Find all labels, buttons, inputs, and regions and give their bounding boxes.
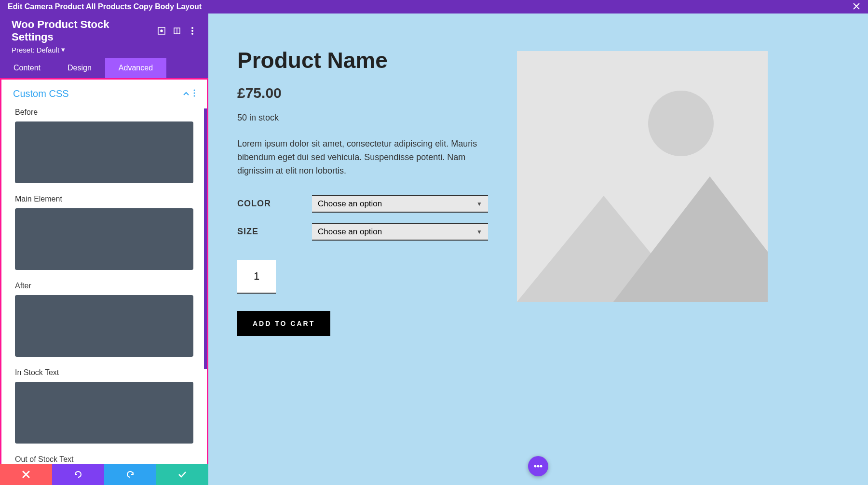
- field-label-main-element: Main Element: [15, 195, 193, 203]
- confirm-button[interactable]: [156, 464, 208, 485]
- svg-point-14: [534, 465, 537, 468]
- svg-point-1: [161, 30, 163, 32]
- variant-size-label: SIZE: [237, 227, 312, 237]
- svg-point-4: [191, 27, 193, 29]
- textarea-in-stock-text[interactable]: [15, 382, 193, 444]
- field-before: Before: [1, 105, 207, 192]
- variant-size-select[interactable]: Choose an option ▼: [312, 223, 488, 241]
- section-header: Custom CSS: [1, 80, 207, 105]
- sidebar-content: Custom CSS Before Main Element: [0, 78, 208, 464]
- textarea-main-element[interactable]: [15, 208, 193, 270]
- variant-color-row: COLOR Choose an option ▼: [237, 195, 488, 213]
- field-label-after: After: [15, 282, 193, 290]
- sidebar-header: Woo Product Stock Settings Preset: Defau…: [0, 13, 208, 58]
- field-out-of-stock-text: Out of Stock Text: [1, 452, 207, 464]
- close-icon[interactable]: [853, 2, 860, 12]
- chevron-down-icon: ▾: [61, 45, 65, 54]
- variant-color-select[interactable]: Choose an option ▼: [312, 195, 488, 213]
- sidebar-title: Woo Product Stock Settings: [12, 18, 150, 43]
- sidebar-tabs: Content Design Advanced: [0, 58, 208, 78]
- focus-icon[interactable]: [157, 27, 166, 35]
- field-label-in-stock-text: In Stock Text: [15, 368, 193, 377]
- variant-color-value: Choose an option: [318, 199, 382, 209]
- variant-size-value: Choose an option: [318, 227, 382, 237]
- product-stock: 50 in stock: [237, 113, 488, 123]
- field-in-stock-text: In Stock Text: [1, 365, 207, 452]
- variant-color-label: COLOR: [237, 199, 312, 209]
- field-after: After: [1, 279, 207, 365]
- quantity-input[interactable]: [237, 260, 276, 294]
- product-image-placeholder: [517, 51, 768, 302]
- field-main-element: Main Element: [1, 192, 207, 279]
- columns-icon[interactable]: [173, 27, 181, 35]
- add-to-cart-button[interactable]: ADD TO CART: [237, 311, 330, 336]
- top-bar-title: Edit Camera Product All Products Copy Bo…: [8, 2, 202, 11]
- product-description: Lorem ipsum dolor sit amet, consectetur …: [237, 137, 488, 178]
- svg-point-16: [540, 465, 542, 468]
- preview-canvas: Product Name £75.00 50 in stock Lorem ip…: [208, 13, 868, 485]
- tab-content[interactable]: Content: [0, 58, 54, 78]
- scrollbar[interactable]: [204, 108, 207, 369]
- fab-more-button[interactable]: [528, 456, 548, 476]
- textarea-before[interactable]: [15, 121, 193, 183]
- svg-point-7: [194, 89, 195, 91]
- dropdown-icon: ▼: [476, 201, 482, 207]
- settings-sidebar: Woo Product Stock Settings Preset: Defau…: [0, 13, 208, 485]
- variant-size-row: SIZE Choose an option ▼: [237, 223, 488, 241]
- section-kebab-icon[interactable]: [193, 89, 195, 99]
- svg-point-11: [648, 91, 714, 156]
- textarea-after[interactable]: [15, 295, 193, 357]
- tab-advanced[interactable]: Advanced: [105, 58, 166, 78]
- dropdown-icon: ▼: [476, 229, 482, 235]
- product-info: Product Name £75.00 50 in stock Lorem ip…: [237, 47, 488, 451]
- product-price: £75.00: [237, 85, 488, 101]
- svg-point-15: [537, 465, 540, 468]
- chevron-up-icon[interactable]: [183, 90, 190, 98]
- undo-button[interactable]: [52, 464, 104, 485]
- field-label-out-of-stock-text: Out of Stock Text: [15, 455, 193, 464]
- svg-point-5: [191, 30, 193, 32]
- field-label-before: Before: [15, 108, 193, 117]
- kebab-icon[interactable]: [188, 27, 197, 35]
- svg-point-9: [194, 95, 195, 96]
- top-bar: Edit Camera Product All Products Copy Bo…: [0, 0, 868, 13]
- product-title: Product Name: [237, 47, 488, 73]
- cancel-button[interactable]: [0, 464, 52, 485]
- svg-point-8: [194, 92, 195, 94]
- preset-dropdown[interactable]: Preset: Default ▾: [12, 45, 197, 54]
- section-title: Custom CSS: [13, 88, 179, 99]
- redo-button[interactable]: [104, 464, 156, 485]
- svg-point-6: [191, 33, 193, 35]
- bottom-action-bar: [0, 464, 208, 485]
- tab-design[interactable]: Design: [54, 58, 105, 78]
